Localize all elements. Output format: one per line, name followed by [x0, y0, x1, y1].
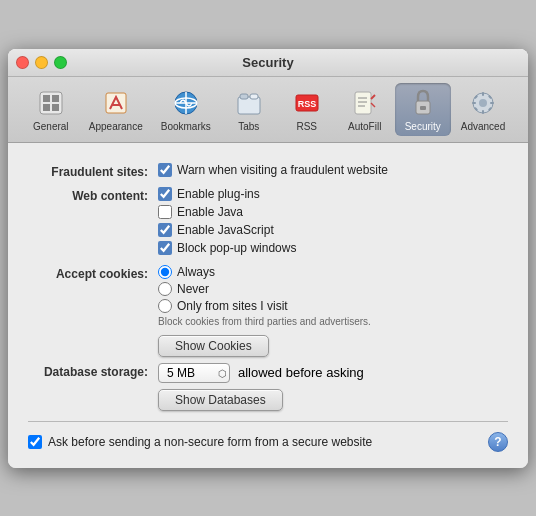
never-radio-row[interactable]: Never — [158, 282, 508, 296]
webcontent-section: Web content: Enable plug-ins Enable Java… — [28, 187, 508, 259]
plugins-checkbox-row[interactable]: Enable plug-ins — [158, 187, 508, 201]
divider — [28, 421, 508, 422]
svg-rect-3 — [43, 104, 50, 111]
toolbar-item-general[interactable]: General — [23, 83, 79, 136]
size-select[interactable]: 1 MB 2 MB 5 MB 10 MB 25 MB 50 MB 100 MB — [158, 363, 230, 383]
fraudulent-section: Fraudulent sites: Warn when visiting a f… — [28, 163, 508, 181]
svg-rect-29 — [490, 102, 494, 104]
general-icon — [35, 87, 67, 119]
javascript-checkbox-row[interactable]: Enable JavaScript — [158, 223, 508, 237]
database-controls: 1 MB 2 MB 5 MB 10 MB 25 MB 50 MB 100 MB … — [158, 363, 508, 411]
bottom-row: Ask before sending a non-secure form fro… — [28, 432, 508, 452]
allowed-text: allowed before asking — [238, 365, 364, 380]
main-window: Security General — [8, 49, 528, 468]
svg-rect-4 — [52, 104, 59, 111]
plugins-label: Enable plug-ins — [177, 187, 260, 201]
svg-point-25 — [479, 99, 487, 107]
toolbar-item-bookmarks[interactable]: Bookmarks — [153, 83, 219, 136]
ask-label: Ask before sending a non-secure form fro… — [48, 435, 372, 449]
tabs-icon — [233, 87, 265, 119]
javascript-checkbox[interactable] — [158, 223, 172, 237]
advanced-label: Advanced — [461, 121, 505, 132]
always-radio-row[interactable]: Always — [158, 265, 508, 279]
cookies-controls: Always Never Only from sites I visit Blo… — [158, 265, 508, 357]
svg-text:RSS: RSS — [297, 99, 316, 109]
fraudulent-label: Fraudulent sites: — [28, 163, 158, 179]
zoom-button[interactable] — [54, 56, 67, 69]
ask-checkbox-row[interactable]: Ask before sending a non-secure form fro… — [28, 435, 480, 449]
warn-label: Warn when visiting a fraudulent website — [177, 163, 388, 177]
svg-rect-16 — [355, 92, 371, 114]
tabs-label: Tabs — [238, 121, 259, 132]
help-button[interactable]: ? — [488, 432, 508, 452]
rss-label: RSS — [296, 121, 317, 132]
rss-icon: RSS — [291, 87, 323, 119]
titlebar: Security — [8, 49, 528, 77]
toolbar-item-security[interactable]: Security — [395, 83, 451, 136]
svg-rect-1 — [43, 95, 50, 102]
webcontent-label: Web content: — [28, 187, 158, 203]
never-label: Never — [177, 282, 209, 296]
svg-line-17 — [371, 95, 375, 99]
toolbar-item-advanced[interactable]: Advanced — [453, 83, 513, 136]
svg-line-18 — [371, 103, 375, 107]
popups-checkbox[interactable] — [158, 241, 172, 255]
cookies-section: Accept cookies: Always Never Only from s… — [28, 265, 508, 357]
autofill-icon — [349, 87, 381, 119]
traffic-lights — [16, 56, 67, 69]
fraudulent-controls: Warn when visiting a fraudulent website — [158, 163, 508, 181]
always-label: Always — [177, 265, 215, 279]
plugins-checkbox[interactable] — [158, 187, 172, 201]
toolbar: General Appearance — [8, 77, 528, 143]
database-section: Database storage: 1 MB 2 MB 5 MB 10 MB 2… — [28, 363, 508, 411]
appearance-icon — [100, 87, 132, 119]
bookmarks-label: Bookmarks — [161, 121, 211, 132]
visited-label: Only from sites I visit — [177, 299, 288, 313]
popups-checkbox-row[interactable]: Block pop-up windows — [158, 241, 508, 255]
advanced-icon — [467, 87, 499, 119]
window-title: Security — [242, 55, 293, 70]
visited-radio-row[interactable]: Only from sites I visit — [158, 299, 508, 313]
never-radio[interactable] — [158, 282, 172, 296]
toolbar-item-tabs[interactable]: Tabs — [221, 83, 277, 136]
toolbar-item-rss[interactable]: RSS RSS — [279, 83, 335, 136]
svg-rect-13 — [250, 94, 258, 99]
security-icon — [407, 87, 439, 119]
warn-checkbox-row[interactable]: Warn when visiting a fraudulent website — [158, 163, 508, 177]
svg-rect-27 — [482, 110, 484, 114]
java-label: Enable Java — [177, 205, 243, 219]
ask-checkbox[interactable] — [28, 435, 42, 449]
popups-label: Block pop-up windows — [177, 241, 296, 255]
bookmarks-icon — [170, 87, 202, 119]
svg-rect-26 — [482, 92, 484, 96]
general-label: General — [33, 121, 69, 132]
svg-rect-12 — [240, 94, 248, 99]
security-label: Security — [405, 121, 441, 132]
database-label: Database storage: — [28, 363, 158, 379]
always-radio[interactable] — [158, 265, 172, 279]
show-cookies-button[interactable]: Show Cookies — [158, 335, 269, 357]
svg-rect-11 — [238, 97, 260, 114]
toolbar-item-appearance[interactable]: Appearance — [81, 83, 151, 136]
cookies-label: Accept cookies: — [28, 265, 158, 281]
java-checkbox[interactable] — [158, 205, 172, 219]
svg-rect-23 — [420, 106, 426, 110]
db-row: 1 MB 2 MB 5 MB 10 MB 25 MB 50 MB 100 MB … — [158, 363, 508, 383]
minimize-button[interactable] — [35, 56, 48, 69]
show-databases-button[interactable]: Show Databases — [158, 389, 283, 411]
svg-rect-28 — [472, 102, 476, 104]
cookies-sub-text: Block cookies from third parties and adv… — [158, 316, 508, 327]
javascript-label: Enable JavaScript — [177, 223, 274, 237]
svg-rect-2 — [52, 95, 59, 102]
visited-radio[interactable] — [158, 299, 172, 313]
webcontent-controls: Enable plug-ins Enable Java Enable JavaS… — [158, 187, 508, 259]
appearance-label: Appearance — [89, 121, 143, 132]
java-checkbox-row[interactable]: Enable Java — [158, 205, 508, 219]
autofill-label: AutoFill — [348, 121, 381, 132]
content-area: Fraudulent sites: Warn when visiting a f… — [8, 143, 528, 468]
toolbar-item-autofill[interactable]: AutoFill — [337, 83, 393, 136]
warn-checkbox[interactable] — [158, 163, 172, 177]
size-select-wrapper: 1 MB 2 MB 5 MB 10 MB 25 MB 50 MB 100 MB — [158, 363, 230, 383]
close-button[interactable] — [16, 56, 29, 69]
